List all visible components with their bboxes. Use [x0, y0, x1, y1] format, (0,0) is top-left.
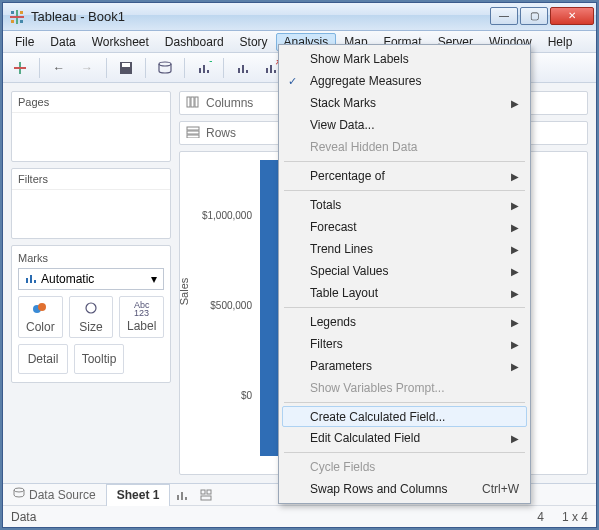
svg-rect-16 — [242, 65, 244, 73]
status-marks: 4 — [537, 510, 544, 524]
tableau-logo-icon — [9, 9, 25, 25]
menu-item-totals[interactable]: Totals▶ — [282, 194, 527, 216]
new-worksheet-button[interactable]: + — [193, 57, 215, 79]
new-datasource-button[interactable] — [154, 57, 176, 79]
minimize-button[interactable]: — — [490, 7, 518, 25]
new-worksheet-tab-button[interactable] — [170, 484, 194, 506]
svg-rect-2 — [11, 11, 14, 14]
filters-shelf-title: Filters — [12, 169, 170, 190]
svg-rect-3 — [20, 11, 23, 14]
menu-story[interactable]: Story — [232, 33, 276, 51]
filters-shelf[interactable]: Filters — [11, 168, 171, 239]
y-axis-label: Sales — [179, 278, 190, 306]
forward-button[interactable]: → — [76, 57, 98, 79]
menu-separator — [284, 161, 525, 162]
marks-detail-button[interactable]: Detail — [18, 344, 68, 374]
datasource-icon — [13, 487, 25, 502]
pages-shelf[interactable]: Pages — [11, 91, 171, 162]
submenu-arrow-icon: ▶ — [511, 98, 519, 109]
rows-label: Rows — [206, 126, 236, 140]
menu-item-view-data[interactable]: View Data... — [282, 114, 527, 136]
menu-item-show-mark-labels[interactable]: Show Mark Labels — [282, 48, 527, 70]
duplicate-sheet-button[interactable] — [232, 57, 254, 79]
back-button[interactable]: ← — [48, 57, 70, 79]
submenu-arrow-icon: ▶ — [511, 361, 519, 372]
svg-point-27 — [86, 303, 96, 313]
status-row: Data 4 1 x 4 — [3, 506, 596, 528]
maximize-button[interactable]: ▢ — [520, 7, 548, 25]
analysis-menu-dropdown: Show Mark Labels ✓Aggregate Measures Sta… — [278, 44, 531, 504]
tab-sheet-1[interactable]: Sheet 1 — [106, 484, 171, 506]
svg-point-26 — [38, 303, 46, 311]
marks-label-button[interactable]: Abc123 Label — [119, 296, 164, 338]
menu-item-swap-rows-columns[interactable]: Swap Rows and ColumnsCtrl+W — [282, 478, 527, 500]
menu-item-special-values[interactable]: Special Values▶ — [282, 260, 527, 282]
size-icon — [83, 301, 99, 318]
menu-file[interactable]: File — [7, 33, 42, 51]
save-button[interactable] — [115, 57, 137, 79]
marks-color-button[interactable]: Color — [18, 296, 63, 338]
mark-type-label: Automatic — [41, 272, 94, 286]
window-title: Tableau - Book1 — [31, 9, 488, 24]
columns-icon — [186, 96, 200, 111]
menu-data[interactable]: Data — [42, 33, 83, 51]
y-tick: $0 — [192, 390, 252, 401]
menu-dashboard[interactable]: Dashboard — [157, 33, 232, 51]
submenu-arrow-icon: ▶ — [511, 266, 519, 277]
svg-rect-17 — [246, 70, 248, 73]
svg-rect-37 — [185, 497, 187, 500]
status-rowscols: 1 x 4 — [562, 510, 588, 524]
menu-item-table-layout[interactable]: Table Layout▶ — [282, 282, 527, 304]
menu-item-percentage-of[interactable]: Percentage of▶ — [282, 165, 527, 187]
titlebar: Tableau - Book1 — ▢ ✕ — [3, 3, 596, 31]
new-dashboard-tab-button[interactable] — [194, 484, 218, 506]
menu-item-aggregate-measures[interactable]: ✓Aggregate Measures — [282, 70, 527, 92]
svg-rect-15 — [238, 68, 240, 73]
menu-separator — [284, 452, 525, 453]
menu-item-edit-calculated-field[interactable]: Edit Calculated Field▶ — [282, 427, 527, 449]
svg-rect-31 — [187, 127, 199, 130]
menu-item-trend-lines[interactable]: Trend Lines▶ — [282, 238, 527, 260]
marks-tooltip-button[interactable]: Tooltip — [74, 344, 124, 374]
svg-rect-40 — [201, 496, 211, 500]
svg-rect-38 — [201, 490, 205, 494]
svg-rect-5 — [20, 20, 23, 23]
marks-size-button[interactable]: Size — [69, 296, 114, 338]
svg-rect-36 — [181, 492, 183, 500]
pages-shelf-title: Pages — [12, 92, 170, 113]
svg-rect-11 — [199, 68, 201, 73]
tab-data-source[interactable]: Data Source — [3, 487, 106, 502]
status-data-label: Data — [11, 510, 36, 524]
menu-help[interactable]: Help — [540, 33, 581, 51]
marks-card: Marks Automatic ▾ Color Size — [11, 245, 171, 383]
svg-rect-12 — [203, 65, 205, 73]
svg-text:+: + — [209, 60, 212, 69]
svg-rect-7 — [14, 67, 26, 69]
logo-icon[interactable] — [9, 57, 31, 79]
menu-worksheet[interactable]: Worksheet — [84, 33, 157, 51]
menu-item-parameters[interactable]: Parameters▶ — [282, 355, 527, 377]
svg-rect-1 — [10, 16, 24, 18]
menu-accelerator: Ctrl+W — [482, 482, 519, 496]
rows-icon — [186, 126, 200, 141]
bar-chart-icon — [25, 272, 37, 287]
submenu-arrow-icon: ▶ — [511, 200, 519, 211]
menu-item-show-variables-prompt: Show Variables Prompt... — [282, 377, 527, 399]
menu-item-stack-marks[interactable]: Stack Marks▶ — [282, 92, 527, 114]
submenu-arrow-icon: ▶ — [511, 171, 519, 182]
menu-item-filters[interactable]: Filters▶ — [282, 333, 527, 355]
submenu-arrow-icon: ▶ — [511, 433, 519, 444]
submenu-arrow-icon: ▶ — [511, 244, 519, 255]
mark-type-select[interactable]: Automatic ▾ — [18, 268, 164, 290]
y-tick: $1,000,000 — [192, 210, 252, 221]
svg-rect-9 — [122, 63, 130, 67]
close-button[interactable]: ✕ — [550, 7, 594, 25]
menu-item-forecast[interactable]: Forecast▶ — [282, 216, 527, 238]
svg-rect-28 — [187, 97, 190, 107]
submenu-arrow-icon: ▶ — [511, 317, 519, 328]
svg-rect-32 — [187, 131, 199, 134]
menu-item-legends[interactable]: Legends▶ — [282, 311, 527, 333]
menu-item-create-calculated-field[interactable]: Create Calculated Field... — [282, 406, 527, 427]
svg-rect-18 — [266, 68, 268, 73]
check-icon: ✓ — [288, 75, 297, 88]
